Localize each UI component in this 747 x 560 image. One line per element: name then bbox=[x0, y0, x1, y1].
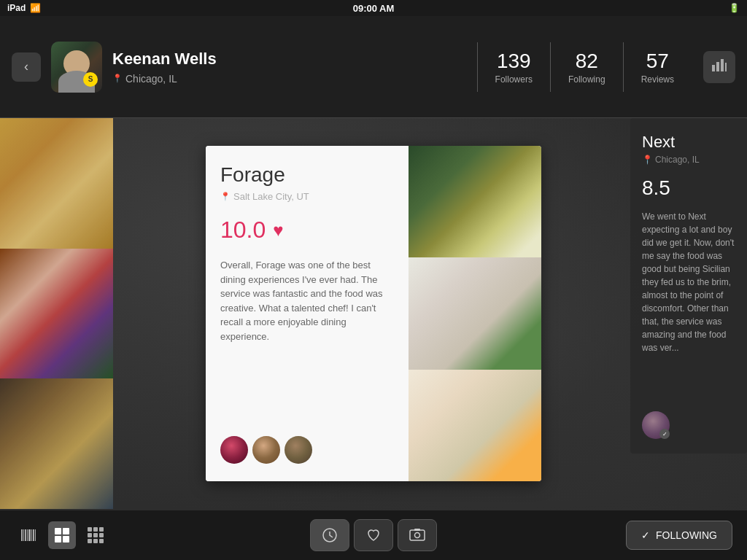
svg-rect-20 bbox=[93, 533, 98, 537]
restaurant-name: Forage bbox=[220, 163, 394, 187]
reviewer-avatar-3[interactable] bbox=[285, 436, 312, 464]
back-button[interactable]: ‹ bbox=[12, 52, 41, 82]
history-tab[interactable] bbox=[310, 519, 349, 551]
followers-label: Followers bbox=[495, 74, 533, 85]
thumb-pasta[interactable] bbox=[0, 118, 113, 249]
followers-count: 139 bbox=[497, 50, 531, 73]
review-text: Overall, Forage was one of the best dini… bbox=[220, 258, 394, 424]
svg-rect-5 bbox=[23, 529, 24, 541]
barcode-view-button[interactable] bbox=[15, 521, 42, 549]
reviews-label: Reviews bbox=[641, 74, 674, 85]
svg-rect-16 bbox=[88, 527, 92, 532]
svg-rect-10 bbox=[33, 529, 34, 541]
svg-rect-3 bbox=[725, 63, 727, 71]
following-count: 82 bbox=[576, 50, 598, 73]
reviewer-avatar-2[interactable] bbox=[252, 436, 280, 464]
chart-icon bbox=[711, 59, 727, 75]
wifi-icon: 📶 bbox=[30, 3, 41, 13]
svg-rect-8 bbox=[28, 529, 31, 541]
reviewer-avatars bbox=[220, 436, 394, 464]
back-icon: ‹ bbox=[24, 59, 28, 74]
next-location-pin-icon: 📍 bbox=[642, 155, 653, 165]
footer: ✓ FOLLOWING bbox=[0, 510, 747, 560]
view-switcher bbox=[15, 521, 109, 549]
grid-view-button[interactable] bbox=[82, 521, 109, 549]
thumb-colorful[interactable] bbox=[0, 249, 113, 379]
svg-rect-6 bbox=[25, 529, 26, 541]
svg-rect-7 bbox=[27, 529, 28, 541]
header: ‹ S Keenan Wells 📍 Chicago, IL 139 Follo… bbox=[0, 16, 747, 118]
rating-number: 10.0 bbox=[220, 217, 266, 244]
cards-view-button[interactable] bbox=[48, 521, 76, 549]
svg-rect-23 bbox=[93, 539, 98, 543]
battery-icon: 🔋 bbox=[729, 3, 740, 13]
svg-rect-1 bbox=[716, 62, 719, 71]
user-name: Keenan Wells bbox=[112, 50, 477, 69]
user-location: 📍 Chicago, IL bbox=[112, 73, 477, 85]
next-avatar-check-icon: ✓ bbox=[659, 429, 670, 439]
followers-stat[interactable]: 139 Followers bbox=[477, 42, 550, 92]
favorites-tab[interactable] bbox=[354, 519, 393, 551]
svg-rect-26 bbox=[410, 530, 425, 540]
reviewer-avatar-1[interactable] bbox=[220, 436, 248, 464]
svg-rect-11 bbox=[35, 529, 36, 541]
left-strip bbox=[0, 118, 113, 509]
food-photo-2 bbox=[409, 257, 541, 369]
photos-tab[interactable] bbox=[398, 519, 437, 551]
svg-rect-2 bbox=[721, 59, 724, 71]
svg-rect-17 bbox=[93, 527, 98, 532]
next-rating: 8.5 bbox=[642, 176, 735, 200]
svg-rect-22 bbox=[88, 539, 92, 543]
svg-rect-18 bbox=[99, 527, 104, 532]
thumb-asian[interactable] bbox=[0, 378, 113, 509]
following-label: FOLLOWING bbox=[656, 529, 717, 541]
next-restaurant-location: 📍 Chicago, IL bbox=[642, 155, 735, 165]
food-photo-1 bbox=[409, 146, 541, 257]
status-right: 🔋 bbox=[729, 3, 740, 13]
location-pin-icon: 📍 bbox=[112, 74, 123, 83]
svg-rect-15 bbox=[63, 536, 69, 542]
status-bar: iPad 📶 09:00 AM 🔋 bbox=[0, 0, 747, 16]
next-panel: Next 📍 Chicago, IL 8.5 We went to Next e… bbox=[630, 118, 747, 454]
following-stat[interactable]: 82 Following bbox=[550, 42, 623, 92]
carrier-label: iPad bbox=[7, 3, 26, 13]
card-location-pin-icon: 📍 bbox=[220, 192, 231, 201]
following-button[interactable]: ✓ FOLLOWING bbox=[626, 521, 732, 550]
center-card: Forage 📍 Salt Lake City, UT 10.0 ♥ Overa… bbox=[206, 146, 541, 481]
svg-rect-13 bbox=[63, 528, 69, 534]
user-avatar: S bbox=[51, 42, 102, 93]
food-photo-3 bbox=[409, 370, 541, 481]
status-time: 09:00 AM bbox=[353, 3, 395, 14]
svg-rect-28 bbox=[414, 529, 420, 531]
reviews-count: 57 bbox=[646, 50, 669, 73]
card-right bbox=[409, 146, 541, 481]
svg-rect-14 bbox=[55, 536, 61, 542]
main-content: Forage 📍 Salt Lake City, UT 10.0 ♥ Overa… bbox=[0, 118, 747, 509]
center-tabs bbox=[310, 519, 437, 551]
svg-rect-21 bbox=[99, 533, 104, 537]
reviews-stat[interactable]: 57 Reviews bbox=[623, 42, 692, 92]
svg-rect-12 bbox=[55, 528, 61, 534]
next-restaurant-title: Next bbox=[642, 133, 735, 152]
next-reviewer-avatar[interactable]: ✓ bbox=[642, 411, 670, 439]
svg-rect-0 bbox=[712, 65, 715, 71]
rating-display: 10.0 ♥ bbox=[220, 217, 394, 244]
svg-rect-24 bbox=[99, 539, 104, 543]
status-left: iPad 📶 bbox=[7, 3, 41, 13]
rating-heart-icon: ♥ bbox=[273, 220, 283, 241]
svg-rect-19 bbox=[88, 533, 92, 537]
svg-rect-9 bbox=[31, 529, 32, 541]
restaurant-location: 📍 Salt Lake City, UT bbox=[220, 191, 394, 202]
user-info: Keenan Wells 📍 Chicago, IL bbox=[112, 50, 477, 85]
svg-point-27 bbox=[415, 533, 420, 538]
stats-area: 139 Followers 82 Following 57 Reviews bbox=[477, 42, 692, 92]
following-check-icon: ✓ bbox=[641, 529, 650, 541]
chart-button[interactable] bbox=[703, 51, 735, 83]
following-label: Following bbox=[568, 74, 605, 85]
card-left: Forage 📍 Salt Lake City, UT 10.0 ♥ Overa… bbox=[206, 146, 409, 481]
next-review-text: We went to Next expecting a lot and boy … bbox=[642, 210, 735, 402]
svg-rect-4 bbox=[21, 529, 23, 541]
